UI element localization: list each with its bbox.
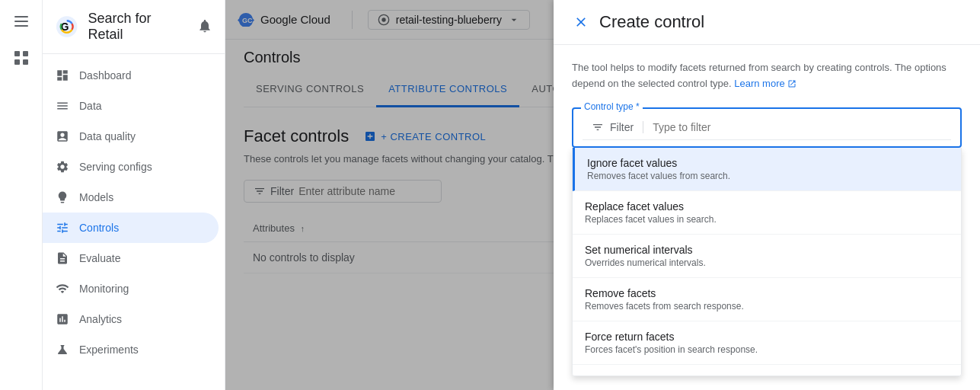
dropdown-item-more[interactable]: ... xyxy=(573,365,961,376)
hamburger-menu-icon[interactable] xyxy=(6,6,37,37)
evaluate-icon xyxy=(55,251,70,266)
experiments-icon xyxy=(55,342,70,357)
dropdown-filter-icon xyxy=(592,121,604,133)
sidebar-header: G Search for Retail xyxy=(43,0,225,54)
svg-rect-4 xyxy=(23,51,28,56)
dropdown-item-desc: Removes facet values from search. xyxy=(587,171,949,181)
sidebar-item-controls[interactable]: Controls xyxy=(43,213,219,243)
dashboard-icon xyxy=(55,68,70,83)
monitoring-icon xyxy=(55,281,70,296)
dropdown-item-desc: Forces facet's position in search respon… xyxy=(585,344,949,355)
dropdown-item-desc: Overrides numerical intervals. xyxy=(585,257,949,268)
sidebar-item-analytics[interactable]: Analytics xyxy=(43,304,219,334)
controls-icon xyxy=(55,220,70,235)
sidebar-item-label: Experiments xyxy=(79,344,139,356)
sidebar-item-data-quality[interactable]: Data quality xyxy=(43,121,219,152)
control-type-filter-input[interactable] xyxy=(653,121,942,133)
sidebar-item-models[interactable]: Models xyxy=(43,182,219,213)
grid-icon[interactable] xyxy=(6,43,37,73)
panel-header: Create control xyxy=(554,0,980,45)
data-quality-icon xyxy=(55,129,70,144)
svg-rect-6 xyxy=(23,59,28,65)
dropdown-item-remove-facets[interactable]: Remove facets Removes facets from search… xyxy=(573,278,961,321)
sidebar-item-label: Dashboard xyxy=(79,69,132,82)
sidebar-item-serving-configs[interactable]: Serving configs xyxy=(43,152,219,182)
sidebar-item-label: Controls xyxy=(79,222,119,234)
sidebar: G Search for Retail Dashboard Data xyxy=(43,0,225,390)
sidebar-item-experiments[interactable]: Experiments xyxy=(43,334,219,365)
control-type-dropdown: Ignore facet values Removes facet values… xyxy=(572,148,962,376)
svg-rect-2 xyxy=(14,25,28,27)
panel-title: Create control xyxy=(599,12,704,32)
filter-text: Filter xyxy=(610,121,634,133)
analytics-icon xyxy=(55,312,70,327)
dropdown-filter-row: Filter xyxy=(583,115,951,140)
dropdown-item-title: Set numerical intervals xyxy=(585,244,949,256)
dropdown-item-title: Ignore facet values xyxy=(587,157,949,169)
sidebar-item-label: Serving configs xyxy=(79,161,152,173)
dropdown-item-desc: Replaces facet values in search. xyxy=(585,214,949,225)
notification-bell-icon[interactable] xyxy=(197,18,212,36)
control-type-field: Control type * Filter Ignore facet value… xyxy=(572,107,962,376)
panel-close-button[interactable] xyxy=(572,13,590,31)
panel-body: The tool helps to modify facets returned… xyxy=(554,45,980,390)
data-icon xyxy=(55,98,70,113)
sidebar-nav: Dashboard Data Data quality Serving conf… xyxy=(43,54,225,390)
serving-configs-icon xyxy=(55,159,70,174)
sidebar-title: Search for Retail xyxy=(88,11,188,43)
dropdown-item-desc: Removes facets from search response. xyxy=(585,301,949,312)
dropdown-item-title: Remove facets xyxy=(585,287,949,299)
external-link-icon xyxy=(787,79,796,88)
panel-description: The tool helps to modify facets returned… xyxy=(572,60,962,92)
divider xyxy=(643,121,643,133)
learn-more-link[interactable]: Learn more xyxy=(734,78,796,89)
control-type-label: Control type * xyxy=(581,101,643,112)
svg-rect-3 xyxy=(14,51,20,56)
dropdown-item-ignore-facet[interactable]: Ignore facet values Removes facet values… xyxy=(573,148,961,191)
svg-rect-5 xyxy=(14,59,20,65)
create-control-panel: Create control The tool helps to modify … xyxy=(554,0,980,390)
dropdown-item-force-return[interactable]: Force return facets Forces facet's posit… xyxy=(573,321,961,365)
sidebar-item-label: Monitoring xyxy=(79,283,129,295)
sidebar-item-monitoring[interactable]: Monitoring xyxy=(43,273,219,304)
dropdown-item-replace-facet[interactable]: Replace facet values Replaces facet valu… xyxy=(573,191,961,235)
sidebar-item-label: Data quality xyxy=(79,130,136,142)
svg-rect-1 xyxy=(14,21,28,22)
sidebar-item-label: Analytics xyxy=(79,313,122,325)
sidebar-item-label: Data xyxy=(79,100,102,112)
sidebar-item-dashboard[interactable]: Dashboard xyxy=(43,60,219,91)
nav-rail xyxy=(0,0,43,390)
sidebar-item-data[interactable]: Data xyxy=(43,91,219,121)
dropdown-item-title: Force return facets xyxy=(585,331,949,343)
sidebar-item-evaluate[interactable]: Evaluate xyxy=(43,243,219,273)
dropdown-item-title: ... xyxy=(585,374,949,376)
sidebar-item-label: Models xyxy=(79,191,113,203)
control-type-input-border: Control type * Filter xyxy=(572,107,962,148)
svg-rect-0 xyxy=(14,16,28,18)
sidebar-item-label: Evaluate xyxy=(79,252,120,264)
dropdown-item-title: Replace facet values xyxy=(585,200,949,213)
models-icon xyxy=(55,190,70,205)
google-cloud-logo: G xyxy=(55,14,78,39)
dropdown-item-set-numerical[interactable]: Set numerical intervals Overrides numeri… xyxy=(573,235,961,278)
